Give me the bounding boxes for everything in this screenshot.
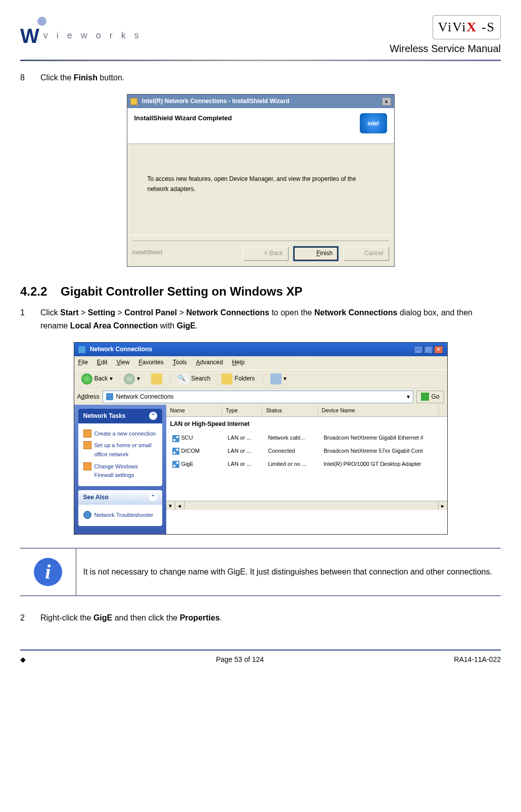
section-title: Gigabit Controller Setting on Windows XP (61, 284, 302, 298)
network-icon (106, 393, 113, 400)
installer-icon (130, 98, 137, 105)
go-arrow-icon (421, 393, 429, 401)
dropdown-icon[interactable]: ▾ (407, 392, 410, 402)
menubar: FileEditViewFavoritesToolsAdvancedHelp (74, 356, 447, 369)
see-also-header[interactable]: See Also ⌃ (78, 490, 162, 505)
minimize-icon[interactable]: _ (414, 346, 423, 354)
step-8: 8 Click the Finish button. (20, 71, 501, 84)
info-icon-cell: i (20, 548, 76, 596)
dialog-header: InstallShield Wizard Completed intel (127, 108, 394, 144)
dialog-body: To access new features, open Device Mana… (127, 144, 394, 235)
column-header[interactable]: Status (262, 405, 318, 417)
connection-row[interactable]: GigELAN or ...Limited or no ...Intel(R) … (166, 458, 447, 471)
svg-rect-1 (173, 439, 175, 441)
side-panel: Network Tasks ⌃ Create a new connectionS… (74, 405, 166, 534)
back-button[interactable]: < Back (243, 247, 289, 260)
info-text: It is not necessary to change name with … (76, 548, 501, 596)
dialog-heading: InstallShield Wizard Completed (134, 113, 232, 124)
dropdown-icon: ▾ (137, 374, 140, 384)
step-2: 2 Right-click the GigE and then click th… (20, 611, 501, 625)
maximize-icon[interactable]: □ (424, 346, 433, 354)
page-number: Page 53 of 124 (216, 654, 264, 665)
svg-rect-2 (176, 436, 178, 438)
column-header[interactable]: Name (166, 405, 222, 417)
column-header[interactable]: Device Name (318, 405, 439, 417)
connection-icon (172, 448, 179, 455)
forward-button[interactable]: ▾ (120, 372, 144, 386)
dialog-body-text: To access new features, open Device Mana… (148, 175, 356, 192)
connections-list: SCULAN or ...Network cabl...Broadcom Net… (166, 432, 447, 470)
collapse-icon: ⌃ (149, 412, 157, 420)
step-text: Click the Finish button. (40, 71, 501, 84)
up-button[interactable] (147, 372, 166, 386)
page-header: W v i e w o r k s ViViX -S Wireless Serv… (20, 15, 501, 61)
address-field[interactable]: Network Connections ▾ (103, 391, 414, 403)
group-header: LAN or High-Speed Internet (166, 417, 447, 432)
connection-row[interactable]: SCULAN or ...Network cabl...Broadcom Net… (166, 432, 447, 445)
back-arrow-icon (81, 373, 92, 385)
network-tasks-header[interactable]: Network Tasks ⌃ (78, 409, 162, 423)
vivix-logo: ViViX -S (433, 15, 501, 39)
task-item[interactable]: Change Windows Firewall settings (83, 462, 157, 480)
connection-icon (172, 461, 179, 468)
go-button[interactable]: Go (416, 391, 444, 403)
network-tasks-box: Network Tasks ⌃ Create a new connectionS… (78, 409, 162, 486)
logo-w-icon: W (20, 20, 42, 52)
scroll-right-icon[interactable]: ▸ (438, 501, 447, 510)
back-button[interactable]: Back ▾ (77, 372, 117, 386)
search-icon: 🔍 (178, 373, 189, 385)
network-connections-window: Network Connections _ □ × FileEditViewFa… (74, 342, 448, 535)
address-label: Address (77, 392, 100, 402)
see-also-list: Network Troubleshooter (78, 505, 162, 526)
svg-rect-4 (173, 452, 175, 454)
menu-help[interactable]: Help (232, 358, 245, 367)
menu-advanced[interactable]: Advanced (196, 358, 223, 367)
folders-button[interactable]: Folders (217, 372, 259, 386)
column-header[interactable]: Type (222, 405, 262, 417)
scrollbar-bottom[interactable]: ▾ ◂ ▸ (166, 501, 447, 510)
menu-favorites[interactable]: Favorites (138, 358, 163, 367)
toolbar: Back ▾ ▾ | 🔍 Search Folders | ▾ (74, 369, 447, 389)
search-button[interactable]: 🔍 Search (174, 372, 214, 386)
menu-edit[interactable]: Edit (97, 358, 108, 367)
dropdown-icon: ▾ (283, 374, 287, 384)
close-icon[interactable]: × (382, 98, 391, 106)
window-buttons: _ □ × (414, 346, 443, 354)
step-1: 1 Click Start > Setting > Control Panel … (20, 306, 501, 332)
section-number: 4.2.2 (20, 282, 47, 301)
step-number: 8 (20, 71, 30, 84)
doc-id: RA14-11A-022 (454, 654, 501, 665)
task-item[interactable]: Create a new connection (83, 429, 157, 439)
close-icon[interactable]: × (434, 346, 443, 354)
task-icon (83, 429, 91, 438)
views-button[interactable]: ▾ (266, 372, 291, 386)
step-number: 2 (20, 611, 30, 625)
menu-view[interactable]: View (117, 358, 130, 367)
page-footer: ◆ Page 53 of 124 RA14-11A-022 (20, 649, 501, 665)
section-heading: 4.2.2 Gigabit Controller Setting on Wind… (20, 282, 501, 301)
menu-file[interactable]: File (78, 358, 88, 367)
svg-rect-5 (176, 449, 178, 451)
svg-rect-8 (176, 462, 178, 464)
see-also-item[interactable]: Network Troubleshooter (83, 511, 157, 520)
list-panel: NameTypeStatusDevice Name LAN or High-Sp… (166, 405, 447, 534)
views-icon (270, 373, 281, 385)
vieworks-logo: W v i e w o r k s (20, 20, 142, 52)
finish-button[interactable]: Finish (293, 246, 339, 261)
task-icon (83, 462, 91, 470)
tasks-list: Create a new connectionSet up a home or … (78, 423, 162, 486)
task-item[interactable]: Set up a home or small office network (83, 441, 157, 459)
address-bar: Address Network Connections ▾ Go (74, 389, 447, 405)
intel-logo-icon: intel (360, 113, 387, 133)
scroll-left-icon[interactable]: ◂ (175, 501, 184, 510)
dialog-titlebar: Intel(R) Network Connections - InstallSh… (127, 94, 394, 108)
cancel-button[interactable]: Cancel (344, 247, 389, 260)
brand-letters: v i e w o r k s (43, 28, 142, 43)
scroll-down-icon[interactable]: ▾ (166, 501, 175, 510)
network-icon (78, 346, 85, 353)
connection-row[interactable]: DICOMLAN or ...ConnectedBroadcom NetXtre… (166, 445, 447, 458)
info-icon: i (34, 558, 62, 586)
doc-title: Wireless Service Manual (390, 40, 501, 57)
dropdown-icon: ▾ (110, 374, 113, 384)
menu-tools[interactable]: Tools (173, 358, 187, 367)
